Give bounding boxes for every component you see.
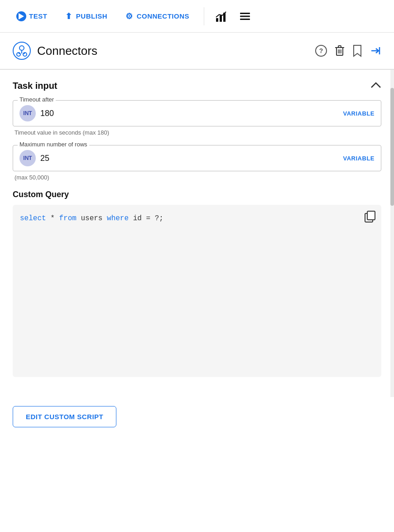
keyword-where: where <box>107 214 129 222</box>
chart-icon <box>215 10 228 23</box>
custom-query-group: Custom Query select * from users where i… <box>13 190 381 377</box>
page-title: Connectors <box>37 44 97 58</box>
test-icon <box>16 11 26 21</box>
delete-button[interactable] <box>334 45 345 57</box>
trash-icon <box>334 45 345 57</box>
connections-label: CONNECTIONS <box>137 12 189 20</box>
publish-icon: ⬆ <box>65 11 72 21</box>
bookmark-icon <box>352 44 362 57</box>
collapse-panel-icon <box>370 45 381 57</box>
timeout-field-group: Timeout after INT 180 VARIABLE Timeout v… <box>13 100 381 136</box>
svg-rect-25 <box>367 211 375 220</box>
connections-icon: ⚙ <box>125 11 133 21</box>
custom-query-code-area[interactable]: select * from users where id = ?; <box>13 205 381 377</box>
svg-rect-5 <box>240 15 250 17</box>
timeout-value: 180 <box>40 109 54 118</box>
timeout-type-badge: INT <box>19 105 36 121</box>
help-icon: ? <box>315 45 327 57</box>
svg-marker-0 <box>19 13 24 19</box>
svg-rect-6 <box>240 19 250 20</box>
code-table: users <box>77 214 107 222</box>
timeout-left: INT 180 <box>19 105 54 121</box>
publish-button[interactable]: ⬆ PUBLISH <box>58 8 115 25</box>
task-input-section-header: Task input <box>13 81 381 91</box>
max-rows-hint: (max 50,000) <box>13 174 381 181</box>
max-rows-type-badge: INT <box>19 150 36 166</box>
edit-btn-container: EDIT CUSTOM SCRIPT <box>0 397 394 441</box>
page-header: Connectors ? <box>0 33 394 69</box>
timeout-label: Timeout after <box>18 96 56 103</box>
bookmark-button[interactable] <box>352 44 362 57</box>
keyword-from: from <box>59 214 76 222</box>
main-content: Task input Timeout after INT 180 VARIABL… <box>0 70 394 397</box>
max-rows-field-group: Maximum number of rows INT 25 VARIABLE (… <box>13 145 381 181</box>
connections-button[interactable]: ⚙ CONNECTIONS <box>118 8 197 25</box>
svg-point-8 <box>19 46 24 50</box>
scrollbar-track <box>390 70 394 397</box>
sql-code-line: select * from users where id = ?; <box>20 213 374 225</box>
task-input-title: Task input <box>13 81 58 91</box>
nav-divider <box>204 7 204 25</box>
header-actions: ? <box>315 44 381 57</box>
edit-custom-script-button[interactable]: EDIT CUSTOM SCRIPT <box>13 406 116 427</box>
help-button[interactable]: ? <box>315 45 327 57</box>
svg-rect-4 <box>240 13 250 14</box>
menu-icon-button[interactable] <box>235 6 255 26</box>
copy-code-button[interactable] <box>364 210 376 224</box>
publish-label: PUBLISH <box>76 12 107 20</box>
svg-rect-18 <box>338 46 341 48</box>
svg-rect-2 <box>220 15 222 22</box>
chart-icon-button[interactable] <box>211 6 231 26</box>
custom-query-title: Custom Query <box>13 190 381 199</box>
scrollbar-thumb[interactable] <box>390 88 394 206</box>
collapse-panel-button[interactable] <box>370 45 381 57</box>
test-label: TEST <box>29 12 47 20</box>
max-rows-left: INT 25 <box>19 150 49 166</box>
timeout-variable-button[interactable]: VARIABLE <box>343 110 375 117</box>
menu-icon <box>239 10 251 23</box>
timeout-field: Timeout after INT 180 VARIABLE <box>13 100 381 126</box>
max-rows-value: 25 <box>40 154 49 163</box>
max-rows-variable-button[interactable]: VARIABLE <box>343 155 375 162</box>
keyword-select: select <box>20 214 46 222</box>
top-nav: TEST ⬆ PUBLISH ⚙ CONNECTIONS <box>0 0 394 33</box>
chevron-up-icon <box>370 82 381 88</box>
code-condition: id = ?; <box>129 214 163 222</box>
max-rows-field: Maximum number of rows INT 25 VARIABLE <box>13 145 381 171</box>
svg-rect-1 <box>216 18 218 22</box>
code-star: * <box>46 214 59 222</box>
copy-icon <box>364 210 376 223</box>
task-input-collapse-button[interactable] <box>370 82 381 90</box>
connectors-header-icon <box>13 42 31 60</box>
svg-text:?: ? <box>319 47 323 54</box>
header-left: Connectors <box>13 42 315 60</box>
timeout-hint: Timeout value in seconds (max 180) <box>13 129 381 136</box>
test-button[interactable]: TEST <box>9 8 54 25</box>
max-rows-label: Maximum number of rows <box>18 141 89 148</box>
